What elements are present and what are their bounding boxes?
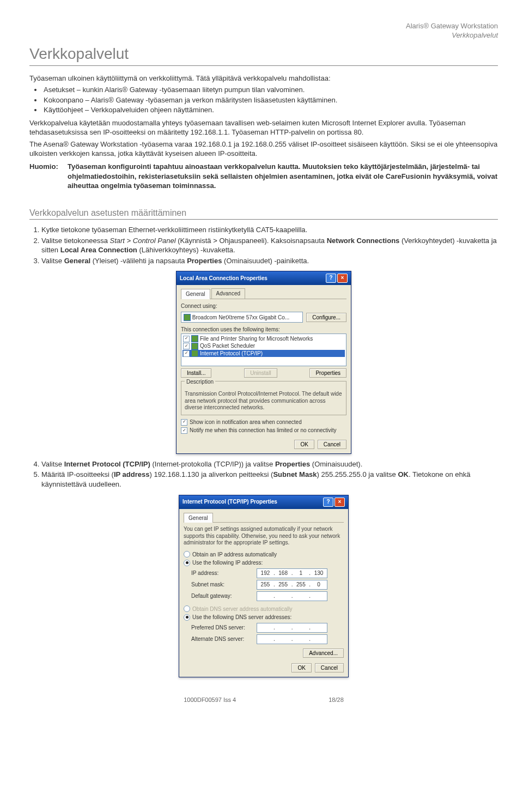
dialog-titlebar[interactable]: Local Area Connection Properties ? × (177, 271, 351, 285)
step-item: Määritä IP-osoitteeksi (IP address) 192.… (41, 470, 498, 489)
radio-icon (184, 605, 190, 612)
context-name: Verkkopalvelut (29, 31, 498, 40)
ip-address-input[interactable]: 192.168.1.130 (257, 568, 327, 578)
bullet-item: Asetukset – kunkin Alaris® Gateway -työa… (42, 85, 498, 95)
alternate-dns-label: Alternate DNS server: (191, 635, 257, 643)
page-number: 18/28 (329, 696, 344, 704)
gateway-input[interactable]: ... (257, 591, 327, 601)
dialog-title: Local Area Connection Properties (180, 275, 267, 282)
close-icon[interactable]: × (335, 498, 345, 507)
tab-advanced[interactable]: Advanced (211, 288, 245, 299)
tab-general[interactable]: General (184, 513, 213, 523)
checkbox-icon[interactable]: ✓ (183, 350, 190, 357)
configure-button[interactable]: Configure... (306, 313, 346, 322)
adapter-field[interactable]: Broadcom NetXtreme 57xx Gigabit Co... (181, 312, 303, 323)
header-right: Alaris® Gateway Workstation Verkkopalvel… (29, 22, 498, 40)
checkbox-icon[interactable]: ✓ (183, 343, 190, 349)
radio-icon[interactable] (184, 560, 190, 566)
step-item: Kytke tietokone työaseman Ethernet-verkk… (41, 225, 498, 235)
obtain-dns-auto-label: Obtain DNS server address automatically (192, 605, 292, 613)
notice-body: Työaseman konfigurointi tapahtuu ainoast… (68, 162, 498, 191)
radio-icon[interactable] (184, 551, 190, 558)
notify-label: Notify me when this connection has limit… (190, 427, 337, 434)
properties-button[interactable]: Properties (309, 368, 346, 378)
service-icon (191, 335, 198, 342)
connect-using-label: Connect using: (181, 302, 346, 310)
uses-items-label: This connection uses the following items… (181, 326, 346, 334)
gateway-label: Default gateway: (191, 592, 257, 600)
show-icon-label: Show icon in notification area when conn… (190, 419, 302, 426)
tcpip-properties-dialog: Internet Protocol (TCP/IP) Properties ? … (179, 495, 349, 677)
nic-icon (184, 314, 191, 321)
checkbox-icon[interactable]: ✓ (181, 427, 187, 434)
uninstall-button: Uninstall (244, 368, 277, 378)
steps-list-a: Kytke tietokone työaseman Ethernet-verkk… (29, 225, 498, 265)
help-icon[interactable]: ? (323, 498, 333, 507)
paragraph: Verkkopalvelua käytetään muodostamalla y… (29, 118, 498, 137)
subnet-mask-label: Subnet mask: (191, 581, 257, 589)
notice-row: Huomio: Työaseman konfigurointi tapahtuu… (29, 162, 498, 191)
paragraph: The Asena® Gateway Workstation -työasema… (29, 140, 498, 159)
description-fieldset: Description Transmission Control Protoco… (181, 381, 346, 415)
page-title: Verkkopalvelut (29, 44, 498, 66)
items-list[interactable]: ✓File and Printer Sharing for Microsoft … (181, 334, 346, 366)
step-item: Valitse tietokoneessa Start > Control Pa… (41, 236, 498, 255)
alternate-dns-input[interactable]: ... (257, 634, 327, 644)
notice-label: Huomio: (29, 162, 68, 191)
cancel-button[interactable]: Cancel (318, 440, 346, 449)
checkbox-icon[interactable]: ✓ (183, 336, 190, 342)
close-icon[interactable]: × (337, 274, 348, 283)
product-name: Alaris® Gateway Workstation (29, 22, 498, 31)
lan-properties-dialog: Local Area Connection Properties ? × Gen… (176, 271, 351, 454)
obtain-ip-auto-label: Obtain an IP address automatically (192, 551, 277, 559)
radio-icon[interactable] (184, 614, 190, 621)
preferred-dns-input[interactable]: ... (257, 623, 327, 633)
help-icon[interactable]: ? (326, 274, 336, 283)
steps-list-b: Valitse Internet Protocol (TCP/IP) (Inte… (29, 459, 498, 489)
step-item: Valitse General (Yleiset) -välilehti ja … (41, 256, 498, 266)
dialog-title: Internet Protocol (TCP/IP) Properties (183, 498, 277, 506)
use-following-dns-label: Use the following DNS server addresses: (192, 614, 291, 621)
subheading: Verkkopalvelun asetusten määrittäminen (29, 207, 498, 220)
bullet-item: Käyttöohjeet – Verkkopalveluiden ohjeen … (42, 105, 498, 115)
step-item: Valitse Internet Protocol (TCP/IP) (Inte… (41, 459, 498, 469)
tab-general[interactable]: General (181, 289, 210, 299)
subnet-mask-input[interactable]: 255.255.255.0 (257, 580, 327, 590)
ok-button[interactable]: OK (294, 440, 314, 449)
bullet-list: Asetukset – kunkin Alaris® Gateway -työa… (42, 85, 498, 115)
bullet-item: Kokoonpano – Alaris® Gateway -työaseman … (42, 95, 498, 105)
dialog-titlebar[interactable]: Internet Protocol (TCP/IP) Properties ? … (179, 495, 348, 509)
tcpip-intro: You can get IP settings assigned automat… (184, 526, 344, 547)
ok-button[interactable]: OK (291, 663, 311, 672)
description-text: Transmission Control Protocol/Internet P… (185, 391, 343, 411)
preferred-dns-label: Preferred DNS server: (191, 624, 257, 632)
page-footer: 1000DF00597 Iss 4 18/28 (29, 696, 498, 704)
doc-id: 1000DF00597 Iss 4 (184, 696, 236, 704)
cancel-button[interactable]: Cancel (315, 663, 344, 672)
fieldset-legend: Description (185, 379, 215, 385)
protocol-icon (191, 350, 198, 357)
ip-address-label: IP address: (191, 569, 257, 577)
service-icon (191, 343, 198, 350)
checkbox-icon[interactable]: ✓ (181, 419, 187, 426)
advanced-button[interactable]: Advanced... (303, 649, 344, 658)
intro-text: Työaseman ulkoinen käyttöliittymä on ver… (29, 74, 498, 83)
install-button[interactable]: Install... (181, 368, 211, 378)
tab-bar: General Advanced (181, 288, 346, 299)
use-following-ip-label: Use the following IP address: (192, 559, 263, 567)
